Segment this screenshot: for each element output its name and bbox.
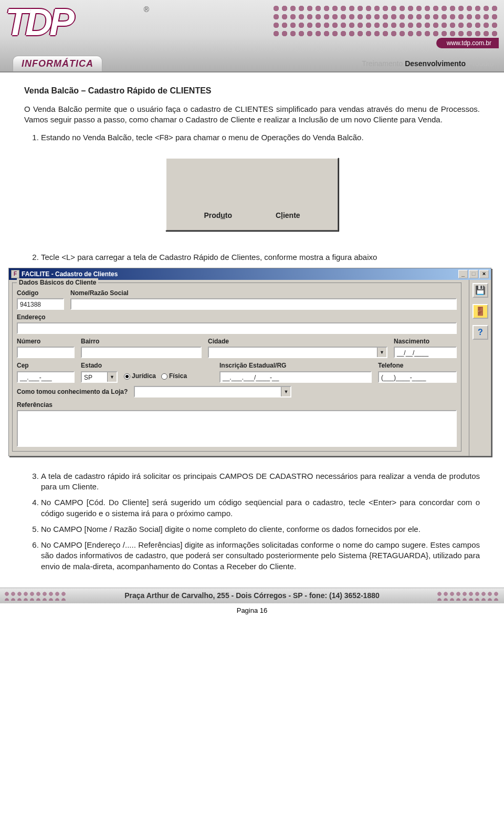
numero-input[interactable] <box>17 347 75 358</box>
logo: TDP ® <box>5 3 152 56</box>
label-inscricao: Inscrição Estadual/RG <box>219 361 372 370</box>
exit-button[interactable]: 🚪 <box>472 304 488 319</box>
referencias-textarea[interactable] <box>17 410 457 447</box>
document-content: Venda Balcão – Cadastro Rápido de CLIENT… <box>0 72 504 582</box>
chevron-down-icon[interactable]: ▼ <box>107 372 117 382</box>
nome-input[interactable] <box>70 298 457 310</box>
label-cep: Cep <box>17 361 75 370</box>
footer-decoration-right <box>437 591 500 601</box>
cadastro-clientes-window: F FACILITE - Cadastro de Clientes _ □ × … <box>8 268 491 456</box>
figure-1: Produto Cliente <box>24 158 480 234</box>
footer-bar: Praça Arthur de Carvalho, 255 - Dois Cór… <box>0 588 504 603</box>
produto-button[interactable]: Produto <box>204 211 232 221</box>
dados-basicos-fieldset: Dados Básicos do Cliente Código 941388 N… <box>12 282 461 452</box>
radio-juridica[interactable]: Jurídica <box>124 372 156 380</box>
cliente-button[interactable]: Cliente <box>276 211 300 221</box>
label-bairro: Bairro <box>81 337 202 346</box>
chevron-down-icon[interactable]: ▼ <box>377 348 386 357</box>
logo-text: TDP <box>5 3 152 38</box>
window-icon: F <box>11 270 19 278</box>
codigo-input[interactable]: 941388 <box>17 298 64 310</box>
footer-decoration-left <box>4 591 67 601</box>
window-title: FACILITE - Cadastro de Clientes <box>22 270 118 278</box>
step-3: A tela de cadastro rápido irá solicitar … <box>41 471 480 493</box>
step-5: No CAMPO [Nome / Razão Social] digite o … <box>41 524 480 535</box>
footer-address: Praça Arthur de Carvalho, 255 - Dois Cór… <box>124 591 380 600</box>
como-combo[interactable]: ▼ <box>134 386 291 397</box>
page-footer: Praça Arthur de Carvalho, 255 - Dois Cór… <box>0 588 504 614</box>
intro-paragraph: O Venda Balcão permite que o usuário faç… <box>24 104 480 125</box>
header-decoration <box>273 5 499 37</box>
estado-value: SP <box>82 372 107 382</box>
cep-input[interactable]: __.___-___ <box>17 371 75 383</box>
maximize-button: □ <box>469 270 478 278</box>
header-bar: INFORMÁTICA Treinamento Desenvolvimento … <box>0 56 504 71</box>
steps-list-3: A tela de cadastro rápido irá solicitar … <box>24 471 480 572</box>
steps-list: Estando no Venda Balcão, tecle <F8> para… <box>24 132 480 143</box>
step-2: Tecle <L> para carregar a tela de Cadast… <box>41 252 480 263</box>
save-button[interactable]: 💾 <box>472 283 488 298</box>
label-codigo: Código <box>17 289 64 297</box>
minimize-button[interactable]: _ <box>458 270 468 278</box>
registered-mark: ® <box>144 5 149 14</box>
inscricao-input[interactable]: __.___.___/____-__ <box>219 371 372 383</box>
header-tagline: Treinamento Desenvolvimento Produto <box>362 59 494 68</box>
page-header: TDP ® www.tdp.com.br INFORMÁTICA Treinam… <box>0 0 504 72</box>
step-6: No CAMPO [Endereço /..... Referências] d… <box>41 540 480 572</box>
label-nome: Nome/Razão Social <box>70 289 457 297</box>
steps-list-2: Tecle <L> para carregar a tela de Cadast… <box>24 252 480 263</box>
estado-combo[interactable]: SP ▼ <box>81 371 118 383</box>
help-icon: ? <box>478 327 483 338</box>
tagline-1: Treinamento <box>362 59 403 68</box>
endereco-input[interactable] <box>17 322 457 334</box>
label-cidade: Cidade <box>208 337 387 346</box>
tagline-3: Produto <box>468 59 494 68</box>
radio-fisica[interactable]: Física <box>161 372 187 380</box>
label-numero: Número <box>17 337 75 346</box>
informatica-label: INFORMÁTICA <box>13 56 102 71</box>
step-1: Estando no Venda Balcão, tecle <F8> para… <box>41 132 480 143</box>
label-nascimento: Nascimento <box>394 337 457 346</box>
label-referencias: Referências <box>17 401 457 409</box>
help-button[interactable]: ? <box>472 325 488 340</box>
bairro-input[interactable] <box>81 347 202 358</box>
cidade-combo[interactable]: ▼ <box>208 347 387 358</box>
door-icon: 🚪 <box>475 306 486 317</box>
toolbar: 💾 🚪 ? <box>469 280 491 456</box>
operations-dialog: Produto Cliente <box>165 158 339 231</box>
figure-2: F FACILITE - Cadastro de Clientes _ □ × … <box>8 268 496 456</box>
doc-title: Venda Balcão – Cadastro Rápido de CLIENT… <box>24 85 480 97</box>
page-number: Pagina 16 <box>0 606 504 614</box>
save-icon: 💾 <box>475 285 486 296</box>
tagline-2: Desenvolvimento <box>405 59 466 68</box>
label-estado: Estado <box>81 361 118 370</box>
nascimento-input[interactable]: __/__/____ <box>394 347 457 358</box>
label-como: Como tomou conhecimento da Loja? <box>17 388 128 396</box>
label-endereco: Endereço <box>17 313 457 321</box>
step-4: No CAMPO [Cód. Do Cliente] será sugerido… <box>41 497 480 519</box>
telefone-input[interactable]: (___)____-____ <box>378 371 457 383</box>
fieldset-legend: Dados Básicos do Cliente <box>17 278 98 287</box>
chevron-down-icon[interactable]: ▼ <box>281 387 290 396</box>
label-telefone: Telefone <box>378 361 457 370</box>
site-url: www.tdp.com.br <box>436 38 499 48</box>
close-button[interactable]: × <box>479 270 489 278</box>
